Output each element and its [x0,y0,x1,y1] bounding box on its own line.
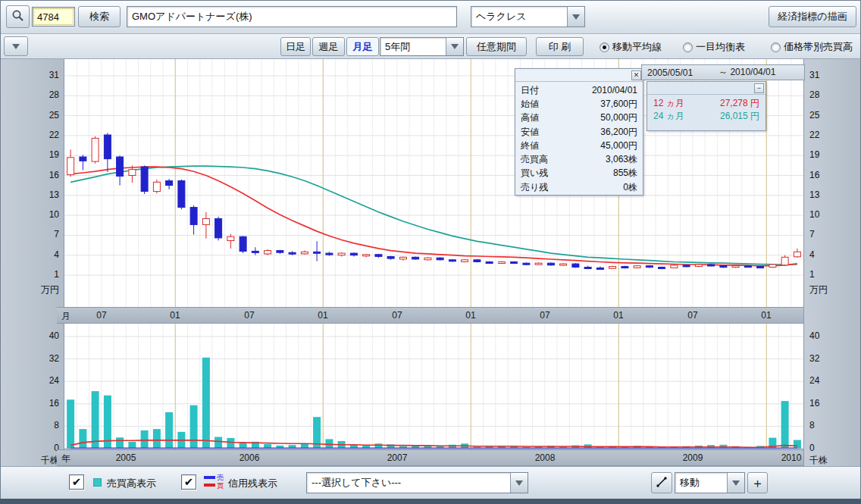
custom-period-button[interactable]: 任意期間 [466,37,527,56]
info-row: 高値50,000円 [521,111,637,125]
minimize-icon[interactable]: − [754,83,764,93]
chevron-down-icon [572,14,580,20]
tool-mode-dropdown-button[interactable] [727,473,744,493]
trendline-icon [655,475,668,491]
info-row-value: 0株 [623,181,637,194]
info-row-value: 855株 [613,167,637,180]
indicator-select-value: ---選択して下さい--- [307,473,510,493]
chevron-down-icon [451,44,459,49]
volume-tick-label: 8 [809,420,815,430]
date-range-box: 2005/05/01 ～ 2010/04/01 [641,64,805,80]
price-axis-unit: 万円 [41,283,59,296]
trendline-tool-button[interactable] [651,472,672,493]
stock-code-input[interactable]: 4784 [32,7,75,27]
volume-color-swatch-icon [93,478,102,487]
info-row: 日付2010/04/01 [521,83,637,97]
volume-display-checkbox[interactable] [69,474,84,490]
close-icon[interactable]: ✕ [631,70,641,80]
tab-weekly[interactable]: 週足 [312,37,345,56]
month-tick-label: 01 [160,310,190,321]
crosshair-plus-button[interactable]: ＋ [747,472,768,493]
info-row: 終値45,000円 [521,139,637,152]
exchange-dropdown-button[interactable] [567,7,584,27]
price-tick-label: 25 [809,110,819,121]
ma-legend-value: 27,278 円 [720,97,759,110]
ohlc-info-popup: ✕ 日付2010/04/01始値37,600円高値50,000円安値36,200… [515,68,643,196]
info-row-label: 買い残 [521,167,548,180]
info-row-value: 36,200円 [600,126,637,139]
price-tick-label: 19 [809,149,819,160]
economic-indicator-button[interactable]: 経済指標の描画 [769,6,856,27]
range-start: 2005/05/01 [647,67,693,78]
price-tick-label: 13 [809,189,819,200]
price-tick-label: 22 [49,130,59,140]
info-row-label: 売買高 [521,153,548,166]
print-button[interactable]: 印 刷 [536,37,584,56]
volume-tick-label: 32 [809,353,819,364]
price-tick-label: 4 [809,249,815,260]
volume-chart-plot[interactable] [64,324,803,449]
exchange-dropdown[interactable]: ヘラクレス [471,6,585,27]
ma-legend-value: 26,015 円 [720,110,759,123]
credit-balance-checkbox[interactable] [181,474,196,490]
month-tick-label: 07 [530,310,560,321]
tool-mode-value: 移動 [675,473,727,493]
year-tick-label: 2007 [382,452,412,463]
month-axis-caption: 月 [61,310,70,323]
price-axis-unit: 万円 [809,283,828,296]
info-row-label: 高値 [521,111,539,124]
year-tick-label: 2009 [678,452,708,463]
period-range-dropdown[interactable]: 5年間 [380,37,464,56]
tool-mode-dropdown[interactable]: 移動 [675,472,745,493]
period-range-dropdown-button[interactable] [446,38,463,55]
stock-chart-app: 4784 検索 GMOアドパートナーズ(株) ヘラクレス 経済指標の描画 日足 … [0,0,861,504]
year-tick-label: 2008 [530,452,560,463]
price-tick-label: 28 [809,89,819,100]
year-tick-label: 2006 [234,452,265,463]
buy-char: 買 [217,483,224,490]
price-tick-label: 16 [809,170,819,180]
search-icon-button[interactable] [6,5,30,28]
info-row-label: 安値 [521,126,539,139]
volume-tick-label: 8 [54,420,59,430]
info-row-label: 始値 [521,98,539,111]
info-row-label: 日付 [521,84,539,97]
radio-volume-by-price[interactable]: 価格帯別売買高 [771,40,853,54]
info-row: 買い残855株 [521,167,637,180]
toolbar-row1: 4784 検索 GMOアドパートナーズ(株) ヘラクレス 経済指標の描画 [1,1,860,34]
ma-legend-box: − 12 ヵ月27,278 円24 ヵ月26,015 円 [647,81,766,131]
credit-balance-icon: 売 買 [204,474,224,490]
ma-legend-label: 12 ヵ月 [653,97,684,110]
period-range-value: 5年間 [380,38,446,55]
price-tick-label: 22 [809,130,819,140]
radio-selected-icon [600,42,609,52]
info-row: 安値36,200円 [521,125,637,139]
volume-tick-label: 24 [809,375,819,386]
info-row: 売り残0株 [521,180,637,194]
radio-moving-average[interactable]: 移動平均線 [600,40,662,54]
radio-ichimoku[interactable]: 一目均衡表 [683,40,745,54]
magnifier-icon [11,9,24,24]
tab-daily[interactable]: 日足 [280,37,311,56]
search-button[interactable]: 検索 [78,6,121,27]
footer-bar: 売買高表示 売 買 信用残表示 ---選択して下さい--- 移動 [1,466,860,499]
ma-legend-row: 12 ヵ月27,278 円 [653,97,759,110]
month-axis-band: 月 07010701070107010701 [57,307,803,324]
indicator-select-button[interactable] [510,473,528,493]
price-tick-label: 7 [809,229,815,239]
volume-tick-label: 0 [809,443,815,453]
month-tick-label: 07 [382,310,412,321]
indicator-select-dropdown[interactable]: ---選択して下さい--- [306,472,528,493]
company-name-input[interactable]: GMOアドパートナーズ(株) [127,6,457,27]
info-row-label: 売り残 [521,181,548,194]
info-row: 売買高3,063株 [521,152,637,166]
volume-tick-label: 40 [49,330,59,341]
tab-monthly[interactable]: 月足 [346,37,379,56]
company-name-value: GMOアドパートナーズ(株) [132,10,252,23]
price-tick-label: 31 [49,70,59,80]
radio-label: 価格帯別売買高 [784,40,853,54]
ma-legend-row: 24 ヵ月26,015 円 [653,110,759,123]
volume-tick-label: 40 [809,330,819,341]
sell-char: 売 [217,474,224,481]
expand-dropdown-button[interactable] [4,36,28,56]
